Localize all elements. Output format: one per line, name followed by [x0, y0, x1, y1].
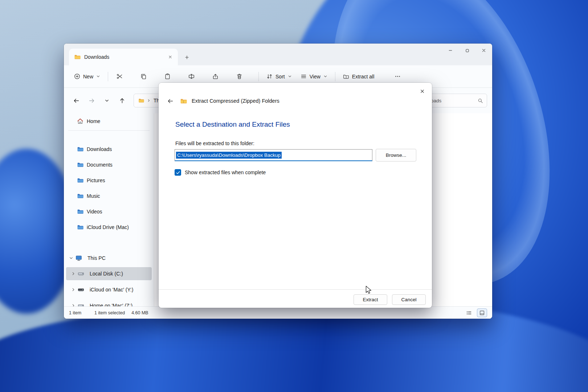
show-files-checkbox[interactable] [175, 169, 181, 176]
sidebar-item-label: iCloud Drive (Mac) [87, 224, 129, 230]
destination-path-input[interactable]: C:\Users\ryassuda\Downloads\Dropbox Back… [175, 149, 372, 161]
chevron-right-icon [147, 99, 151, 102]
destination-label: Files will be extracted to this folder: [175, 140, 254, 146]
dialog-heading: Select a Destination and Extract Files [175, 121, 290, 128]
sidebar-item-documents[interactable]: Documents [66, 158, 152, 171]
minimize-button[interactable] [442, 44, 459, 57]
chevron-right-icon [71, 303, 75, 306]
sidebar-item-label: Videos [87, 209, 102, 215]
show-files-checkbox-row: Show extracted files when complete [175, 169, 266, 176]
paste-button[interactable] [159, 69, 175, 84]
sidebar-item-home[interactable]: Home [66, 115, 152, 128]
details-view-button[interactable] [464, 309, 474, 317]
chevron-down-icon [288, 74, 292, 78]
extract-button[interactable]: Extract [354, 294, 387, 305]
status-bar: 1 item 1 item selected 4.60 MB [64, 306, 492, 319]
rename-button[interactable] [183, 69, 199, 84]
sort-button-label: Sort [275, 74, 285, 79]
cancel-button[interactable]: Cancel [392, 294, 426, 305]
extract-all-button[interactable]: Extract all [339, 69, 379, 84]
monitor-icon [75, 255, 82, 261]
recent-locations-button[interactable] [99, 94, 114, 107]
browse-button[interactable]: Browse... [376, 149, 416, 162]
maximize-icon [465, 48, 470, 53]
dialog-back-button[interactable] [165, 96, 175, 106]
toolbar-divider [335, 72, 335, 81]
sort-button[interactable]: Sort [262, 69, 296, 84]
copy-button[interactable] [135, 69, 151, 84]
dialog-title: Extract Compressed (Zipped) Folders [192, 98, 279, 104]
home-icon [77, 118, 83, 124]
sidebar-item-label: This PC [87, 255, 106, 261]
copy-icon [140, 73, 147, 79]
toolbar-divider [108, 72, 108, 81]
sidebar-item-home-drive-z[interactable]: Home on 'Mac' (Z:) [66, 299, 152, 306]
new-button[interactable]: New [70, 69, 105, 84]
extract-dialog: Extract Compressed (Zipped) Folders Sele… [159, 83, 432, 308]
more-options-button[interactable] [389, 69, 405, 84]
tab-title: Downloads [84, 54, 162, 60]
sidebar-item-downloads[interactable]: Downloads [66, 143, 152, 156]
zip-folder-icon [180, 98, 187, 105]
sidebar-item-label: Music [87, 193, 100, 199]
sidebar-item-label: Home on 'Mac' (Z:) [90, 303, 132, 306]
close-window-button[interactable] [475, 44, 492, 57]
sort-icon [266, 73, 273, 79]
folder-icon [77, 208, 83, 215]
search-icon [478, 98, 483, 103]
cut-button[interactable] [111, 69, 127, 84]
item-count: 1 item [69, 310, 81, 315]
extract-all-button-label: Extract all [352, 74, 374, 79]
rename-icon [188, 73, 195, 79]
sidebar-item-icloud-drive[interactable]: iCloud Drive (Mac) [66, 221, 152, 234]
toolbar-divider [258, 72, 259, 81]
sidebar-item-pictures[interactable]: Pictures [66, 174, 152, 187]
arrow-up-icon [119, 98, 125, 104]
sidebar-item-label: Documents [87, 162, 113, 168]
selection-status: 1 item selected [94, 310, 125, 315]
dialog-header: Extract Compressed (Zipped) Folders [165, 96, 279, 106]
hard-drive-icon [78, 270, 84, 277]
close-icon [168, 55, 172, 59]
plus-circle-icon [74, 73, 80, 79]
forward-button[interactable] [84, 94, 99, 107]
folder-icon [74, 54, 81, 60]
chevron-right-icon [71, 271, 75, 276]
folder-icon [77, 146, 83, 152]
view-list-icon [301, 73, 307, 79]
zip-folder-icon [343, 73, 349, 79]
folder-icon [138, 98, 144, 103]
tab-close-button[interactable] [166, 52, 175, 62]
dialog-footer: Extract Cancel [159, 289, 432, 308]
view-button-label: View [310, 74, 320, 79]
sidebar-item-local-disk-c[interactable]: Local Disk (C:) [66, 267, 152, 280]
up-button[interactable] [115, 94, 129, 107]
ellipsis-icon [395, 73, 401, 79]
back-button[interactable] [69, 94, 83, 107]
details-view-icon [466, 310, 472, 316]
large-thumbnails-view-button[interactable] [477, 309, 487, 317]
sidebar-item-label: Home [87, 118, 100, 124]
dialog-close-button[interactable] [417, 86, 428, 97]
show-files-checkbox-label: Show extracted files when complete [185, 170, 266, 175]
hard-drive-icon [78, 286, 84, 293]
share-button[interactable] [207, 69, 223, 84]
sidebar-item-music[interactable]: Music [66, 189, 152, 203]
tab-downloads[interactable]: Downloads [69, 49, 178, 65]
sidebar-item-label: Local Disk (C:) [90, 271, 123, 277]
trash-icon [236, 73, 242, 79]
new-tab-button[interactable] [182, 53, 192, 62]
sidebar-item-this-pc[interactable]: This PC [66, 252, 152, 265]
sidebar-item-videos[interactable]: Videos [66, 205, 152, 218]
delete-button[interactable] [231, 69, 247, 84]
sidebar-divider [68, 130, 150, 131]
clipboard-paste-icon [164, 73, 171, 79]
sidebar-item-label: Downloads [87, 146, 112, 152]
thumbnail-view-icon [479, 310, 485, 316]
view-toggles [464, 309, 487, 317]
view-button[interactable]: View [296, 69, 332, 84]
maximize-button[interactable] [459, 44, 475, 57]
sidebar-item-icloud-drive-y[interactable]: iCloud on 'Mac' (Y:) [66, 283, 152, 296]
selection-size: 4.60 MB [131, 310, 148, 315]
sidebar-item-label: Pictures [87, 177, 105, 183]
